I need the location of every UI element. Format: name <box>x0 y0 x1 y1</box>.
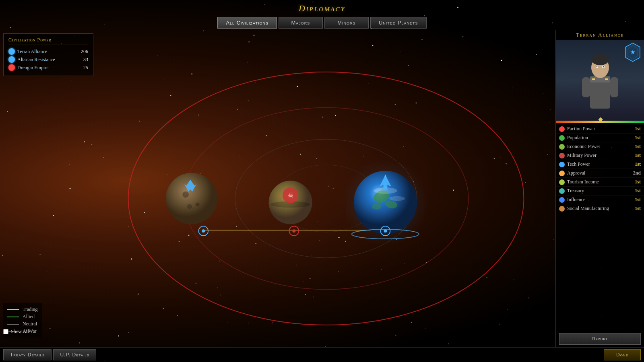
svg-text:☠: ☠ <box>288 192 293 199</box>
svg-rect-43 <box>610 77 618 97</box>
legend-item: Allied <box>7 314 38 320</box>
legend-label: Allied <box>23 314 35 320</box>
svg-rect-42 <box>582 77 590 97</box>
main-area: Civilization Power Terran Alliance206Alt… <box>0 30 644 347</box>
svg-point-11 <box>389 196 405 201</box>
stat-rank: 1st <box>635 135 641 141</box>
stat-row: Approval2nd <box>556 169 644 178</box>
svg-point-21 <box>202 229 205 232</box>
legend-label: Trading <box>23 306 38 313</box>
stat-name: Economic Power <box>567 144 600 150</box>
svg-point-37 <box>591 54 609 65</box>
stat-rank: 1st <box>635 144 641 150</box>
civ-icon <box>8 48 15 55</box>
tab-all-civ[interactable]: All Civilizations <box>217 17 277 29</box>
stat-row: Economic Power1st <box>556 142 644 151</box>
stat-rank: 1st <box>635 161 641 167</box>
leader-figure <box>576 48 624 121</box>
svg-point-16 <box>182 191 189 198</box>
stat-rank: 1st <box>635 152 641 158</box>
civ-power-box: Civilization Power Terran Alliance206Alt… <box>3 33 93 76</box>
done-button[interactable]: Done <box>604 349 641 360</box>
legend-line <box>7 317 19 317</box>
solar-system-map: ☠ <box>97 30 555 347</box>
civ-name: Altarian Resistance <box>17 57 55 63</box>
legend-item: Trading <box>7 306 38 313</box>
stat-icon <box>559 144 565 150</box>
stat-rank: 1st <box>635 206 641 212</box>
legend-item: Neutral <box>7 321 38 327</box>
stat-icon <box>559 162 565 167</box>
stat-icon <box>559 197 565 203</box>
svg-point-18 <box>187 204 192 209</box>
legend-line <box>7 309 19 310</box>
report-button[interactable]: Report <box>559 333 641 345</box>
treaty-details-button[interactable]: Treaty Details <box>3 349 52 360</box>
svg-point-27 <box>292 229 295 232</box>
up-details-button[interactable]: U.P. Details <box>53 349 96 360</box>
leader-portrait: ★ <box>556 40 644 121</box>
stat-row: Tech Power1st <box>556 160 644 169</box>
stat-row: Faction Power1st <box>556 125 644 134</box>
stats-list: Faction Power1stPopulation1stEconomic Po… <box>556 123 644 331</box>
app-container: Diplomacy All CivilizationsMajorsMinorsU… <box>0 0 644 362</box>
stat-icon <box>559 153 565 158</box>
show-all-checkbox[interactable] <box>3 329 8 334</box>
tab-united-planets[interactable]: United Planets <box>370 17 427 29</box>
civ-row: Drengin Empire25 <box>8 64 88 71</box>
show-all-area: Show All <box>3 329 29 335</box>
stat-rank: 1st <box>635 197 641 203</box>
stat-row: Military Power1st <box>556 151 644 160</box>
stat-icon <box>559 126 565 132</box>
stat-rank: 1st <box>635 188 641 194</box>
stat-icon <box>559 179 565 185</box>
stat-row: Treasury1st <box>556 187 644 195</box>
civ-icon <box>8 64 15 71</box>
nav-tabs: All CivilizationsMajorsMinorsUnited Plan… <box>0 15 644 30</box>
stat-row: Tourism Income1st <box>556 178 644 187</box>
stat-rank: 1st <box>635 126 641 132</box>
stat-name: Population <box>567 135 588 141</box>
tab-majors[interactable]: Majors <box>279 17 323 29</box>
stat-rank: 1st <box>635 179 641 185</box>
civ-row: Altarian Resistance33 <box>8 56 88 63</box>
svg-text:★: ★ <box>630 49 636 56</box>
stat-name: Approval <box>567 170 585 176</box>
leader-portrait-area: ★ <box>556 40 644 121</box>
show-all-label: Show All <box>11 329 29 335</box>
stat-icon <box>559 171 565 176</box>
stat-icon <box>559 188 565 194</box>
stat-name: Tourism Income <box>567 179 599 185</box>
svg-point-40 <box>596 66 597 68</box>
civ-list: Terran Alliance206Altarian Resistance33D… <box>8 48 88 71</box>
civ-name: Terran Alliance <box>17 49 47 55</box>
leader-name: Terran Alliance <box>556 30 644 40</box>
stat-icon <box>559 135 565 141</box>
bottom-bar: Treaty Details U.P. Details Done <box>0 347 644 362</box>
tab-minors[interactable]: Minors <box>324 17 369 29</box>
stat-name: Tech Power <box>567 161 590 167</box>
civ-power-title: Civilization Power <box>8 37 88 45</box>
svg-point-9 <box>372 203 382 210</box>
top-bar: Diplomacy <box>0 0 644 15</box>
civ-name: Drengin Empire <box>17 65 49 71</box>
svg-point-29 <box>384 229 387 232</box>
stat-row: Population1st <box>556 134 644 142</box>
svg-point-15 <box>166 173 217 224</box>
stat-name: Influence <box>567 197 585 203</box>
svg-rect-45 <box>605 78 608 80</box>
legend-label: Neutral <box>23 321 37 327</box>
map-area[interactable]: ☠ <box>97 30 555 347</box>
stat-bar <box>556 121 644 123</box>
stat-icon <box>559 206 565 212</box>
civ-score: 206 <box>81 49 88 55</box>
civ-row: Terran Alliance206 <box>8 48 88 55</box>
stat-row: Social Manufacturing1st <box>556 204 644 213</box>
faction-badge: ★ <box>625 42 641 62</box>
svg-point-17 <box>196 202 200 206</box>
stat-name: Treasury <box>567 188 584 194</box>
left-panel: Civilization Power Terran Alliance206Alt… <box>0 30 97 347</box>
stat-rank: 2nd <box>633 170 641 176</box>
legend-line <box>7 324 19 325</box>
svg-rect-44 <box>592 78 595 80</box>
